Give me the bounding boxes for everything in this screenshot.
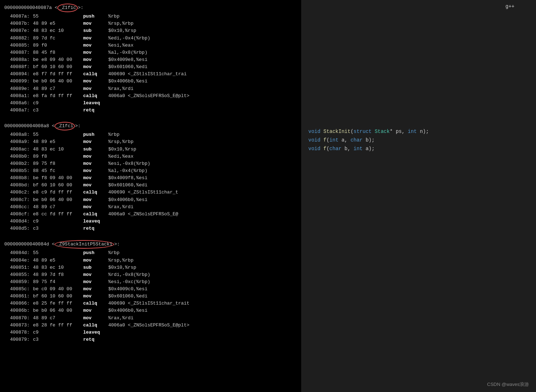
asm-bytes: bf 60 10 60 00 bbox=[33, 293, 83, 300]
asm-bytes: c9 bbox=[33, 100, 83, 107]
asm-operand: %rsp,%rbp bbox=[108, 257, 133, 264]
asm-section-2: 000000000040084d <_Z9StackInitP5Stacki>:… bbox=[4, 240, 297, 343]
asm-line-1-11: 4008cf:e8 cc fd ff ffcallq4006a0 <_ZNSol… bbox=[4, 211, 297, 218]
code-line-0: void StackInit(struct Stack* ps, int n); bbox=[308, 128, 529, 136]
code-token bbox=[371, 129, 374, 134]
asm-mnem: mov bbox=[83, 85, 108, 92]
asm-addr: 400887: bbox=[4, 49, 33, 56]
asm-line-2-5: 40085c:be c0 09 40 00mov$0x4009c0,%esi bbox=[4, 286, 297, 293]
asm-bytes: 89 f0 bbox=[33, 42, 83, 49]
asm-line-0-3: 400882:89 7d fcmov%edi,-0x4(%rbp) bbox=[4, 35, 297, 42]
asm-addr: 4008a8: bbox=[4, 131, 33, 138]
asm-addr: 400885: bbox=[4, 42, 33, 49]
asm-line-1-5: 4008b5:88 45 fcmov%al,-0x4(%rbp) bbox=[4, 167, 297, 175]
asm-mnem: mov bbox=[83, 63, 108, 71]
asm-addr: 40086b: bbox=[4, 307, 33, 314]
asm-mnem: mov bbox=[83, 257, 108, 264]
asm-addr: 40087e: bbox=[4, 27, 33, 34]
asm-line-0-6: 40088a:be e8 09 40 00mov$0x4009e8,%esi bbox=[4, 56, 297, 63]
asm-line-0-2: 40087e:48 83 ec 10sub$0x10,%rsp bbox=[4, 27, 297, 34]
asm-line-2-2: 400851:48 83 ec 10sub$0x10,%rsp bbox=[4, 264, 297, 271]
asm-mnem: mov bbox=[83, 182, 108, 189]
asm-mnem: retq bbox=[83, 336, 108, 343]
asm-bytes: e8 fa fd ff ff bbox=[33, 92, 83, 100]
asm-bytes: e8 25 fe ff ff bbox=[33, 300, 83, 307]
code-token: b, bbox=[341, 146, 354, 152]
code-line-1: void f(int a, char b); bbox=[308, 136, 529, 145]
code-token: Stack bbox=[375, 129, 390, 134]
asm-addr: 40087b: bbox=[4, 20, 33, 27]
asm-addr: 400851: bbox=[4, 264, 33, 271]
asm-operand: %al,-0x4(%rbp) bbox=[108, 167, 147, 175]
asm-operand: $0x4006b0,%esi bbox=[108, 307, 147, 314]
asm-addr: 40087a: bbox=[4, 13, 33, 20]
asm-operand: $0x10,%rsp bbox=[108, 27, 136, 34]
asm-operand: %esi,%eax bbox=[108, 42, 133, 49]
asm-line-2-6: 400861:bf 60 10 60 00mov$0x601060,%edi bbox=[4, 293, 297, 300]
asm-bytes: 48 89 c7 bbox=[33, 204, 83, 211]
compiler-label: g++ bbox=[506, 4, 514, 9]
asm-bytes: bf 60 10 60 00 bbox=[33, 182, 83, 189]
asm-line-2-11: 400878:c9leaveq bbox=[4, 329, 297, 336]
asm-operand: $0x4009c0,%esi bbox=[108, 286, 147, 293]
asm-bytes: 48 89 e5 bbox=[33, 257, 83, 264]
asm-mnem: mov bbox=[83, 35, 108, 42]
asm-line-1-12: 4008d4:c9leaveq bbox=[4, 218, 297, 225]
asm-mnem: mov bbox=[83, 20, 108, 27]
asm-addr: 400866: bbox=[4, 300, 33, 307]
asm-mnem: push bbox=[83, 131, 108, 138]
asm-addr: 4008b5: bbox=[4, 167, 33, 175]
asm-addr: 4008a7: bbox=[4, 107, 33, 114]
asm-line-0-4: 400885:89 f0mov%esi,%eax bbox=[4, 42, 297, 49]
asm-line-2-0: 40084d:55push%rbp bbox=[4, 249, 297, 257]
asm-bytes: 48 83 ec 10 bbox=[33, 264, 83, 271]
asm-bytes: be e8 09 40 00 bbox=[33, 56, 83, 63]
asm-addr: 40088a: bbox=[4, 56, 33, 63]
asm-operand: $0x10,%rsp bbox=[108, 264, 136, 271]
asm-operand: %rbp bbox=[108, 249, 119, 257]
asm-bytes: c9 bbox=[33, 329, 83, 336]
asm-addr: 400870: bbox=[4, 315, 33, 322]
asm-addr: 4008ac: bbox=[4, 146, 33, 153]
code-token: b); bbox=[362, 137, 375, 143]
asm-mnem: mov bbox=[83, 78, 108, 85]
asm-addr: 4008d4: bbox=[4, 218, 33, 225]
asm-bytes: c3 bbox=[33, 336, 83, 343]
csdn-watermark: CSDN @waves浪游 bbox=[487, 381, 529, 388]
asm-line-1-10: 4008cc:48 89 c7mov%rax,%rdi bbox=[4, 204, 297, 211]
asm-operand: $0x601060,%edi bbox=[108, 293, 147, 300]
asm-operand: 400690 <_ZStlsISt11char_trai bbox=[108, 71, 186, 78]
asm-section-1: 00000000004008a8 <_Z1fci>:4008a8:55push%… bbox=[4, 122, 297, 232]
asm-addr: 400855: bbox=[4, 271, 33, 278]
asm-addr: 40089e: bbox=[4, 85, 33, 92]
asm-line-2-10: 400873:e8 28 fe ff ffcallq4006a0 <_ZNSol… bbox=[4, 322, 297, 329]
code-token: int bbox=[408, 129, 417, 134]
code-token: a, bbox=[338, 137, 351, 143]
asm-addr: 4008b2: bbox=[4, 160, 33, 167]
asm-addr: 4008d5: bbox=[4, 225, 33, 232]
asm-bytes: e8 cc fd ff ff bbox=[33, 211, 83, 218]
asm-line-2-9: 400870:48 89 c7mov%rax,%rdi bbox=[4, 315, 297, 322]
asm-bytes: 88 45 f8 bbox=[33, 49, 83, 56]
asm-mnem: mov bbox=[83, 175, 108, 182]
asm-line-0-10: 40089e:48 89 c7mov%rax,%rdi bbox=[4, 85, 297, 92]
asm-mnem: mov bbox=[83, 167, 108, 175]
asm-mnem: leaveq bbox=[83, 100, 108, 107]
asm-mnem: callq bbox=[83, 71, 108, 78]
asm-addr: 4008c2: bbox=[4, 189, 33, 196]
code-token: void bbox=[308, 129, 321, 134]
asm-operand: 400690 <_ZStlsISt11char_t bbox=[108, 189, 178, 196]
asm-mnem: sub bbox=[83, 27, 108, 34]
asm-operand: $0x10,%rsp bbox=[108, 146, 136, 153]
code-token: int bbox=[329, 137, 338, 143]
asm-bytes: 48 83 ec 10 bbox=[33, 146, 83, 153]
asm-mnem: leaveq bbox=[83, 329, 108, 336]
asm-line-2-3: 400855:48 89 7d f8mov%rdi,-0x8(%rbp) bbox=[4, 271, 297, 278]
asm-line-0-13: 4008a7:c3retq bbox=[4, 107, 297, 114]
asm-operand: %rsp,%rbp bbox=[108, 20, 133, 27]
asm-bytes: be b0 06 40 00 bbox=[33, 196, 83, 204]
asm-mnem: mov bbox=[83, 271, 108, 278]
asm-operand: %edi,%eax bbox=[108, 153, 133, 160]
asm-bytes: 89 7d fc bbox=[33, 35, 83, 42]
asm-addr: 400879: bbox=[4, 336, 33, 343]
